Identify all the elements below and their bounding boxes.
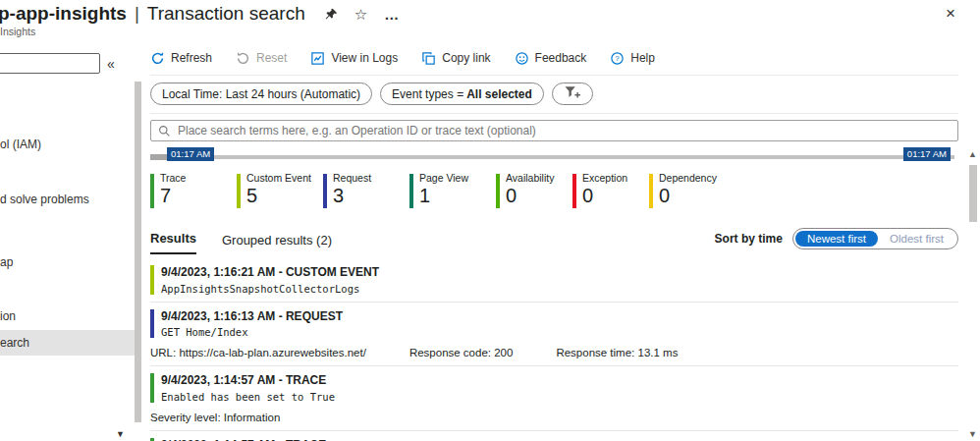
result-name: AppInsightsSnapshotCollectorLogs (161, 283, 379, 295)
event-types-prefix: Event types = (392, 87, 463, 101)
result-name: Enabled has been set to True (161, 391, 335, 403)
result-title: 9/4/2023, 1:14:57 AM - TRACE (161, 373, 335, 389)
sidebar-item-label: earch (0, 336, 29, 350)
reset-button[interactable]: Reset (236, 51, 287, 66)
availability-color-bar (496, 174, 500, 208)
slider-start-handle[interactable]: 01:17 AM (167, 147, 214, 161)
sidebar-item-transaction-search[interactable]: earch (0, 330, 135, 356)
sidebar-search: « (0, 53, 115, 74)
copy-link-label: Copy link (442, 51, 490, 65)
collapse-sidebar-icon[interactable]: « (107, 56, 115, 72)
event-count-page-view[interactable]: Page View1 (409, 172, 496, 208)
event-count-exception[interactable]: Exception0 (572, 172, 649, 208)
time-range-slider: 01:17 AM 01:17 AM (150, 146, 958, 167)
header-actions: ☆ … (325, 7, 399, 22)
sidebar-item-label: ol (IAM) (0, 138, 41, 151)
search-input[interactable] (150, 120, 958, 141)
main-content: Refresh Reset View in Logs Copy link Fee… (142, 41, 966, 441)
count-value: 7 (160, 185, 186, 207)
add-filter-button[interactable] (552, 83, 593, 105)
view-in-logs-button[interactable]: View in Logs (310, 51, 398, 66)
view-in-logs-icon (310, 51, 325, 66)
event-types-filter-pill[interactable]: Event types = All selected (380, 83, 544, 105)
time-range-filter-pill[interactable]: Local Time: Last 24 hours (Automatic) (150, 83, 372, 105)
tab-results[interactable]: Results (150, 231, 196, 254)
content-scrollbar[interactable]: ▲ ▼ (966, 41, 980, 441)
sort-oldest-first-button[interactable]: Oldest first (878, 231, 955, 247)
refresh-label: Refresh (171, 51, 212, 65)
search-icon (158, 124, 171, 141)
reset-icon (236, 51, 250, 66)
event-count-custom-event[interactable]: Custom Event5 (237, 172, 323, 208)
exception-color-bar (572, 174, 576, 208)
refresh-icon (150, 51, 165, 66)
event-count-request[interactable]: Request3 (323, 172, 409, 208)
title-row: p-app-insights | Transaction search ☆ … (0, 3, 980, 25)
sidebar-scroll-down-icon[interactable]: ▼ (116, 429, 125, 439)
pin-icon[interactable] (325, 8, 338, 21)
count-value: 0 (506, 185, 554, 207)
trace-color-bar (150, 174, 154, 208)
count-label: Availability (506, 172, 554, 184)
custom-event-color-bar (237, 174, 241, 208)
sort-newest-first-button[interactable]: Newest first (795, 231, 878, 247)
favorite-star-icon[interactable]: ☆ (354, 7, 367, 22)
svg-text:?: ? (616, 54, 621, 63)
transaction-search-page: p-app-insights | Transaction search ☆ … … (0, 0, 980, 441)
count-label: Request (333, 172, 371, 184)
feedback-icon (515, 51, 529, 66)
copy-link-icon (421, 51, 436, 66)
sort-by-time-label: Sort by time (715, 232, 783, 246)
result-item-trace[interactable]: 9/4/2023, 1:14:57 AM - TRACE Settings co… (150, 430, 958, 441)
count-label: Exception (582, 172, 627, 184)
scrollbar-thumb[interactable] (969, 165, 977, 222)
count-value: 3 (333, 185, 371, 207)
event-count-availability[interactable]: Availability0 (496, 172, 572, 208)
sidebar-item-diagnose-solve-problems[interactable]: d solve problems (0, 188, 135, 211)
resource-name: p-app-insights (0, 3, 127, 25)
breadcrumb-insights: Insights (0, 26, 980, 37)
event-type-counts: Trace7 Custom Event5 Request3 Page View1… (150, 172, 958, 208)
copy-link-button[interactable]: Copy link (421, 51, 490, 66)
tab-grouped-results[interactable]: Grouped results (2) (222, 233, 332, 254)
slider-end-handle[interactable]: 01:17 AM (903, 147, 951, 161)
more-menu-icon[interactable]: … (384, 7, 399, 22)
sidebar-search-input[interactable] (0, 53, 100, 74)
event-count-dependency[interactable]: Dependency0 (649, 172, 726, 208)
refresh-button[interactable]: Refresh (150, 51, 212, 66)
time-range-filter-label: Local Time: Last 24 hours (Automatic) (162, 87, 360, 101)
page-title: Transaction search (147, 3, 305, 25)
event-count-trace[interactable]: Trace7 (150, 172, 237, 208)
filter-add-icon (563, 84, 582, 103)
help-button[interactable]: ? Help (610, 51, 655, 66)
result-title: 9/4/2023, 1:16:21 AM - CUSTOM EVENT (161, 265, 379, 281)
command-bar: Refresh Reset View in Logs Copy link Fee… (150, 41, 958, 75)
result-title: 9/4/2023, 1:16:13 AM - REQUEST (161, 309, 343, 325)
sidebar-scrollbar[interactable] (135, 41, 142, 441)
feedback-label: Feedback (535, 51, 587, 65)
sidebar-item-access-control[interactable]: ol (IAM) (0, 133, 135, 156)
sidebar-item[interactable]: ion (0, 304, 135, 328)
result-item-custom-event[interactable]: 9/4/2023, 1:16:21 AM - CUSTOM EVENT AppI… (150, 258, 958, 302)
sort-area: Sort by time Newest first Oldest first (715, 228, 958, 254)
scroll-down-icon[interactable]: ▼ (968, 429, 977, 439)
close-icon[interactable]: × (946, 5, 955, 22)
slider-track[interactable] (150, 155, 954, 159)
sidebar-item-application-map[interactable]: ap (0, 250, 135, 274)
sidebar-item-label: ion (0, 309, 16, 323)
request-color-bar (323, 174, 327, 208)
count-value: 5 (246, 185, 311, 207)
result-details: Severity level: Information (150, 412, 958, 423)
result-item-request[interactable]: 9/4/2023, 1:16:13 AM - REQUEST GET Home/… (150, 302, 958, 366)
count-label: Trace (160, 172, 186, 184)
count-value: 0 (659, 185, 717, 207)
scroll-up-icon[interactable]: ▲ (968, 149, 977, 159)
count-label: Custom Event (246, 172, 311, 184)
title-separator: | (135, 3, 139, 25)
result-url: URL: https://ca-lab-plan.azurewebsites.n… (150, 347, 366, 358)
result-response-time: Response time: 13.1 ms (556, 347, 678, 358)
result-item-trace[interactable]: 9/4/2023, 1:14:57 AM - TRACE Enabled has… (150, 365, 958, 430)
sidebar-scrollbar-thumb[interactable] (135, 82, 141, 422)
feedback-button[interactable]: Feedback (515, 51, 587, 66)
view-in-logs-label: View in Logs (331, 51, 398, 65)
